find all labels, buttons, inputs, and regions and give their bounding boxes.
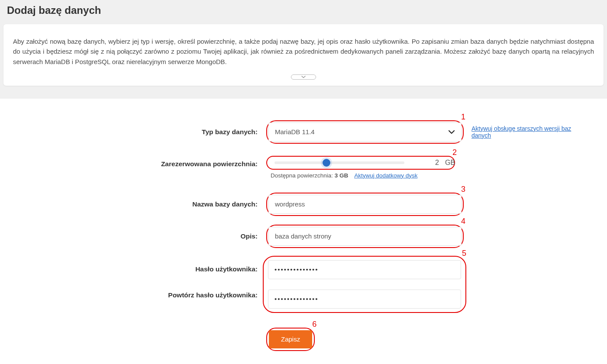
annotation-outline-1: 1 MariaDB 11.4 (266, 120, 464, 144)
available-value: 3 GB (335, 172, 349, 179)
annotation-outline-3: 3 (266, 193, 464, 216)
db-type-value: MariaDB 11.4 (275, 128, 315, 135)
label-space: Zarezerwowana powierzchnia: (17, 156, 266, 168)
label-password-repeat: Powtórz hasło użytkownika: (17, 284, 266, 299)
annotation-number-2: 2 (452, 148, 457, 157)
chevron-down-icon (301, 76, 306, 78)
space-unit: GB (445, 159, 458, 167)
annotation-number-1: 1 (461, 113, 465, 122)
row-description: Opis: 4 (17, 225, 590, 248)
annotation-outline-2: 2 GB (266, 156, 455, 170)
save-button[interactable]: Zapisz (269, 330, 312, 348)
expand-toggle-wrap (13, 74, 594, 80)
space-value-input[interactable] (417, 159, 439, 167)
space-slider-thumb[interactable] (323, 159, 330, 167)
label-db-name: Nazwa bazy danych: (17, 200, 266, 208)
annotation-number-3: 3 (461, 185, 465, 194)
password-repeat-input[interactable] (268, 290, 461, 309)
form-area: Typ bazy danych: 1 MariaDB 11.4 Aktywuj … (0, 99, 607, 364)
password-input[interactable] (268, 260, 461, 279)
available-label: Dostępna powierzchnia: (271, 172, 335, 179)
space-subtext: Dostępna powierzchnia: 3 GB Aktywuj doda… (266, 170, 455, 187)
db-type-select[interactable]: MariaDB 11.4 (268, 122, 462, 142)
annotation-number-4: 4 (461, 217, 465, 226)
row-db-type: Typ bazy danych: 1 MariaDB 11.4 Aktywuj … (17, 120, 590, 144)
chevron-down-icon (448, 130, 455, 134)
row-passwords: Hasło użytkownika: Powtórz hasło użytkow… (17, 258, 590, 310)
space-slider-box (268, 158, 410, 168)
legacy-db-link[interactable]: Aktywuj obsługę starszych wersji baz dan… (471, 125, 590, 139)
description-input[interactable] (268, 227, 462, 246)
space-slider-track[interactable] (274, 161, 404, 164)
db-type-field-wrap: 1 MariaDB 11.4 Aktywuj obsługę starszych… (266, 120, 590, 144)
info-card: Aby założyć nową bazę danych, wybierz je… (3, 24, 604, 86)
label-db-type: Typ bazy danych: (17, 128, 266, 136)
annotation-outline-4: 4 (266, 225, 464, 248)
page-header: Dodaj bazę danych (0, 0, 607, 24)
db-name-input[interactable] (268, 195, 462, 214)
row-submit: 6 Zapisz (17, 328, 590, 351)
row-space: Zarezerwowana powierzchnia: 2 GB Dostępn… (17, 156, 590, 187)
annotation-number-6: 6 (312, 320, 316, 329)
expand-button[interactable] (291, 74, 316, 80)
page-title: Dodaj bazę danych (7, 4, 600, 16)
row-db-name: Nazwa bazy danych: 3 (17, 193, 590, 216)
label-description: Opis: (17, 232, 266, 240)
annotation-number-5: 5 (462, 249, 466, 258)
space-slider-holder: GB (268, 158, 453, 168)
label-password: Hasło użytkownika: (17, 258, 266, 273)
info-text: Aby założyć nową bazę danych, wybierz je… (13, 36, 594, 67)
space-group: 2 GB Dostępna powierzchnia: 3 GB Aktywuj… (266, 156, 455, 187)
annotation-outline-6: 6 Zapisz (266, 328, 315, 351)
password-outline-group: 5 (266, 258, 463, 310)
extra-disk-link[interactable]: Aktywuj dodatkowy dysk (354, 172, 417, 179)
